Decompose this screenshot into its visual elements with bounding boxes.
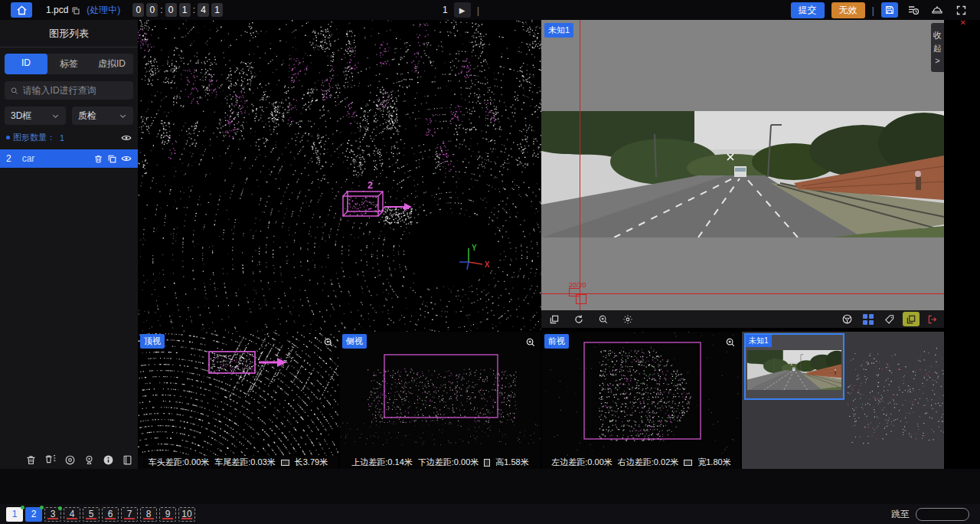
page-item-5[interactable]: 5 [83,507,100,522]
height-rect-icon [484,459,490,467]
measure-left-gap: 左边差距:0.00米 [551,457,612,468]
zoom-in-icon[interactable] [725,335,736,349]
submit-button[interactable]: 提交 [791,2,825,18]
save-button[interactable] [881,2,898,18]
page-item-9[interactable]: 9 [159,507,176,522]
page-item-2[interactable]: 2 [25,507,42,522]
collapse-panel-button[interactable]: 收 起 > [931,23,944,72]
tab-virtual-id[interactable]: 虚拟ID [90,54,133,74]
layers-icon [549,314,560,325]
side-view-measurements: 上边差距:0.14米 下边差距:0.00米 高1.58米 [340,456,541,469]
shape-item-label: car [22,153,35,164]
page-item-6[interactable]: 6 [102,507,119,522]
webcam-icon[interactable] [83,454,95,466]
close-icon[interactable]: ✕ [960,18,966,27]
helmet-button[interactable] [929,2,946,18]
zoom-in-icon[interactable] [525,335,536,349]
batch-delete-icon[interactable] [44,454,57,466]
front-view-badge: 前视 [544,334,569,349]
timer-digit: 1 [211,3,223,17]
duplicate-icon[interactable] [107,154,117,164]
side-view-panel[interactable]: 侧视 上边差距:0.14米 下边差距:0.00米 高1.58米 [340,332,541,469]
refresh-button[interactable] [570,312,587,326]
info-icon[interactable] [103,454,114,466]
chevron-down-icon [51,112,60,120]
bullet-dot [6,136,10,139]
frame-controls: 1 ▶ | [443,0,479,20]
crosshair-vertical [580,20,580,310]
task-list-button[interactable] [905,2,922,18]
camera-thumbnail-panel: 未知1 [742,332,944,469]
layers-button[interactable] [546,312,563,326]
pagination-list: 12345678910 [6,507,195,522]
front-view-panel[interactable]: 前视 左边差距:0.00米 右边差距:0.02米 宽1.80米 [542,332,740,469]
bottom-toolbar: ↶ ↷ 0 ••• « ‹ › » ? 2 3D 未. [0,469,980,504]
timer-digit: 0 [132,3,144,17]
timer-digit: 4 [198,3,209,17]
page-item-4[interactable]: 4 [64,507,80,522]
timer-digit: 0 [165,3,177,17]
shape-list-item-selected[interactable]: 2 car [0,149,138,168]
copy-filename-icon[interactable] [71,3,80,17]
measure-length: 长3.79米 [295,457,328,468]
point-cloud-3d-view[interactable] [138,20,541,332]
exit-view-button[interactable] [924,312,941,326]
tag-button[interactable] [881,312,898,326]
page-item-3[interactable]: 3 [44,507,61,522]
sidebar-bottom-tools [25,454,133,466]
search-input[interactable] [23,85,128,96]
width-rect-icon [684,460,692,466]
visibility-icon[interactable] [121,153,132,164]
search-icon [10,86,19,96]
collapse-char: 起 [933,43,942,54]
play-button[interactable]: ▶ [454,2,471,18]
settings-button[interactable] [619,312,636,326]
shape-count-value: 1 [60,133,64,142]
chevron-down-icon [119,112,127,120]
invalid-button[interactable]: 无效 [831,2,865,18]
measure-tail-gap: 车尾差距:0.03米 [214,457,275,468]
top-view-measurements: 车头差距:0.00米 车尾差距:0.03米 长3.79米 [138,456,338,469]
top-view-panel[interactable]: 顶视 车头差距:0.00米 车尾差距:0.03米 长3.79米 [138,332,338,469]
tag-icon [884,314,895,325]
page-item-1[interactable]: 1 [6,507,23,522]
zoom-in-button[interactable] [595,312,612,326]
page-item-7[interactable]: 7 [121,507,138,522]
hard-hat-icon [931,4,943,16]
shape-count-row: 图形数量： 1 [6,132,132,143]
gear-icon [622,314,633,325]
tab-id[interactable]: ID [5,54,47,74]
camera-toolbar-left [546,312,636,326]
grid-view-button[interactable] [860,312,877,326]
page-item-8[interactable]: 8 [140,507,157,522]
jump-input[interactable] [916,508,969,521]
task-list-icon [907,4,920,16]
file-name: 1.pcd [46,5,68,15]
zoom-in-icon[interactable] [323,335,334,349]
journal-icon[interactable] [122,454,133,466]
measure-height: 高1.58米 [495,457,528,468]
measure-bottom-gap: 下边差距:0.00米 [418,457,479,468]
id-search-box[interactable] [5,81,133,100]
home-button[interactable] [11,2,32,18]
overlay-toggle-button-active[interactable] [903,312,920,326]
shape-type-select[interactable]: 3D框 [5,106,66,125]
fullscreen-button[interactable] [952,2,969,18]
delete-icon[interactable] [93,154,103,164]
jump-label: 跳至 [891,508,910,521]
camera-thumbnail-selected[interactable]: 未知1 [744,333,844,400]
tab-label[interactable]: 标签 [47,54,90,74]
delete-icon[interactable] [25,454,37,466]
shape-count-label: 图形数量： [13,132,55,143]
timer-digit: 0 [146,3,158,17]
toggle-all-visibility-icon[interactable] [121,132,132,142]
steering-button[interactable] [838,312,855,326]
steering-wheel-icon [841,313,853,325]
camera-toolbar-right [838,312,941,326]
camera-panel[interactable]: 未知1 20/20 [541,20,944,310]
measure-width: 宽1.80米 [697,457,730,468]
top-bar: 1.pcd (处理中) 0 0 : 0 1 : 4 1 1 ▶ | 提交 无效 … [0,0,980,20]
qc-select[interactable]: 质检 [72,106,133,125]
page-item-10[interactable]: 10 [178,507,195,522]
target-icon[interactable] [64,454,76,466]
